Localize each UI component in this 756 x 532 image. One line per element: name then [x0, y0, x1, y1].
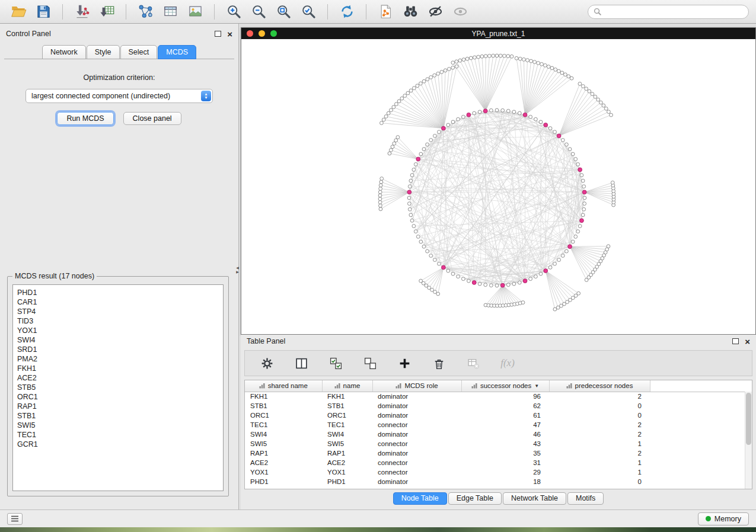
table-row[interactable]: ACE2ACE2connector311 — [245, 458, 746, 467]
table-cell[interactable]: 2 — [549, 430, 650, 439]
run-mcds-button[interactable]: Run MCDS — [57, 112, 113, 125]
mcds-result-item[interactable]: SRD1 — [17, 345, 219, 354]
save-session-button[interactable] — [32, 2, 55, 21]
table-cell[interactable]: SWI4 — [322, 430, 372, 439]
close-panel-icon[interactable]: × — [227, 30, 232, 39]
table-cell[interactable]: SWI5 — [245, 439, 322, 448]
table-row[interactable]: TEC1TEC1connector472 — [245, 420, 746, 430]
table-cell[interactable]: SWI4 — [245, 430, 322, 439]
table-cell[interactable]: dominator — [372, 411, 461, 420]
zoom-fit-button[interactable] — [272, 2, 295, 21]
table-cell[interactable]: 1 — [549, 439, 650, 448]
mcds-result-item[interactable]: ORC1 — [17, 392, 219, 402]
panel-splitter-handle[interactable]: ◀▶ — [235, 264, 240, 276]
deselect-all-columns-button[interactable] — [359, 354, 381, 373]
table-cell[interactable]: PHD1 — [322, 477, 372, 486]
table-cell[interactable]: 0 — [549, 401, 650, 411]
table-cell[interactable]: dominator — [372, 477, 461, 486]
table-cell[interactable]: TEC1 — [245, 420, 322, 430]
table-cell[interactable]: TEC1 — [322, 420, 372, 430]
table-cell[interactable]: 35 — [461, 448, 549, 458]
tab-network[interactable]: Network — [42, 45, 86, 59]
delete-table-button[interactable] — [462, 354, 484, 373]
tab-select[interactable]: Select — [120, 45, 158, 59]
table-cell[interactable]: STB1 — [322, 401, 372, 411]
zoom-selected-button[interactable] — [297, 2, 320, 21]
table-cell[interactable]: ACE2 — [245, 458, 322, 467]
table-row[interactable]: YOX1YOX1connector291 — [245, 467, 746, 477]
table-row[interactable]: RAP1RAP1dominator352 — [245, 448, 746, 458]
table-row[interactable]: SWI5SWI5connector431 — [245, 439, 746, 448]
mcds-result-item[interactable]: CAR1 — [17, 297, 219, 307]
table-cell[interactable]: PHD1 — [245, 477, 322, 486]
column-header-predecessor-nodes[interactable]: predecessor nodes — [549, 380, 650, 392]
network-canvas[interactable] — [241, 39, 755, 334]
table-cell[interactable]: connector — [372, 458, 461, 467]
table-settings-button[interactable] — [256, 354, 278, 373]
table-cell[interactable]: YOX1 — [322, 467, 372, 477]
delete-button[interactable] — [428, 354, 450, 373]
open-file-button[interactable] — [7, 2, 30, 21]
table-cell[interactable]: FKH1 — [245, 392, 322, 401]
column-header-name[interactable]: name — [322, 380, 372, 392]
table-cell[interactable]: SWI5 — [322, 439, 372, 448]
mcds-result-item[interactable]: TID3 — [17, 316, 219, 326]
mcds-result-item[interactable]: STB5 — [17, 383, 219, 392]
mcds-result-item[interactable]: SWI4 — [17, 335, 219, 345]
optimization-criterion-select[interactable]: largest connected component (undirected)… — [25, 89, 213, 103]
table-cell[interactable]: FKH1 — [322, 392, 372, 401]
tab-mcds[interactable]: MCDS — [158, 45, 196, 59]
network-window-titlebar[interactable]: YPA_prune.txt_1 — [241, 28, 755, 39]
import-table-button[interactable] — [95, 2, 118, 21]
tab-style[interactable]: Style — [87, 45, 120, 59]
add-button[interactable] — [393, 354, 416, 373]
tab-motifs[interactable]: Motifs — [567, 492, 604, 505]
column-header-successor-nodes[interactable]: successor nodes ▼ — [461, 380, 549, 392]
table-cell[interactable]: ORC1 — [245, 411, 322, 420]
column-header-shared-name[interactable]: shared name — [245, 380, 322, 392]
show-details-button[interactable] — [449, 2, 471, 21]
table-cell[interactable]: dominator — [372, 392, 461, 401]
mcds-result-item[interactable]: STB1 — [17, 411, 219, 421]
table-cell[interactable]: 1 — [549, 467, 650, 477]
mcds-result-item[interactable]: STP4 — [17, 307, 219, 316]
table-row[interactable]: FKH1FKH1dominator962 — [245, 392, 746, 401]
zoom-in-button[interactable] — [222, 2, 245, 21]
close-panel-button[interactable]: Close panel — [123, 112, 181, 125]
table-cell[interactable]: 43 — [461, 439, 549, 448]
table-cell[interactable]: 1 — [549, 458, 650, 467]
table-cell[interactable]: STB1 — [245, 401, 322, 411]
tab-network-table[interactable]: Network Table — [503, 492, 566, 505]
table-row[interactable]: ORC1ORC1dominator610 — [245, 411, 746, 420]
search-input[interactable] — [605, 8, 743, 16]
table-cell[interactable]: dominator — [372, 448, 461, 458]
table-scrollbar[interactable] — [745, 392, 752, 489]
table-cell[interactable]: YOX1 — [245, 467, 322, 477]
table-cell[interactable]: 0 — [549, 477, 650, 486]
export-image-button[interactable] — [184, 2, 206, 21]
refresh-view-button[interactable] — [336, 2, 358, 21]
export-network-button[interactable] — [374, 2, 397, 21]
table-cell[interactable]: 2 — [549, 392, 650, 401]
float-panel-icon[interactable] — [215, 31, 221, 37]
new-table-button[interactable] — [159, 2, 181, 21]
import-network-button[interactable] — [71, 2, 93, 21]
table-cell[interactable]: connector — [372, 467, 461, 477]
search-network-button[interactable] — [399, 2, 422, 21]
zoom-out-button[interactable] — [247, 2, 270, 21]
table-cell[interactable]: 96 — [461, 392, 549, 401]
table-cell[interactable]: dominator — [372, 401, 461, 411]
mcds-result-item[interactable]: PMA2 — [17, 354, 219, 364]
mcds-result-list[interactable]: PHD1CAR1STP4TID3YOX1SWI4SRD1PMA2FKH1ACE2… — [12, 284, 224, 491]
column-header-mcds-role[interactable]: MCDS role — [372, 380, 461, 392]
close-panel-icon[interactable]: × — [745, 337, 750, 346]
table-cell[interactable]: 62 — [461, 401, 549, 411]
table-cell[interactable]: 29 — [461, 467, 549, 477]
mcds-result-item[interactable]: PHD1 — [17, 288, 219, 297]
new-network-button[interactable] — [134, 2, 157, 21]
memory-button[interactable]: Memory — [698, 512, 749, 525]
show-columns-button[interactable] — [290, 354, 312, 373]
hide-details-button[interactable] — [424, 2, 446, 21]
mcds-result-item[interactable]: TEC1 — [17, 430, 219, 440]
table-scrollbar-thumb[interactable] — [746, 393, 751, 445]
